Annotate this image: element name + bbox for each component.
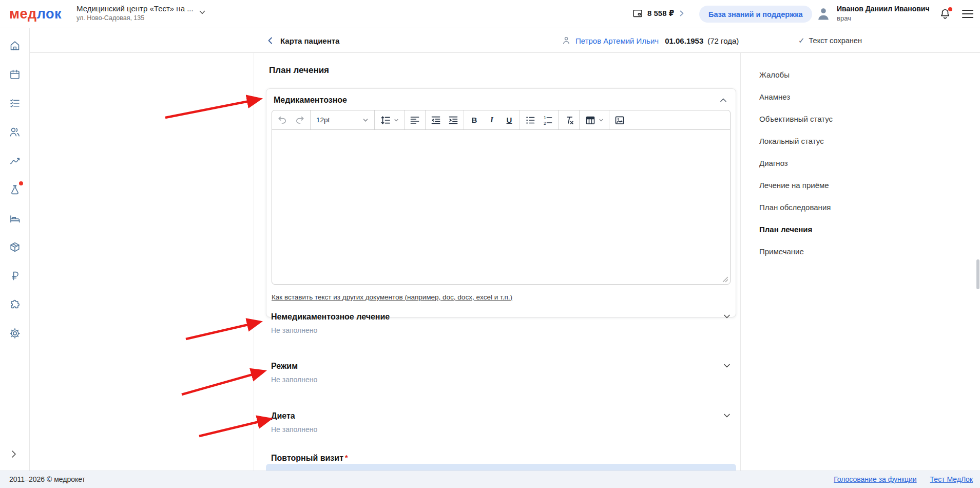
- sidebar-item-patients[interactable]: [1, 118, 29, 146]
- toc-item-examination-plan[interactable]: План обследования: [759, 203, 980, 212]
- chevron-down-icon[interactable]: [723, 362, 731, 370]
- align-left-button[interactable]: [407, 112, 423, 128]
- toc-item-diagnosis[interactable]: Диагноз: [759, 159, 980, 168]
- outdent-button[interactable]: [428, 112, 444, 128]
- toc-item-note[interactable]: Примечание: [759, 247, 980, 256]
- table-icon: [585, 115, 596, 126]
- card-section-navigation: Жалобы Анамнез Объективный статус Локаль…: [741, 53, 980, 471]
- paste-help-link[interactable]: Как вставить текст из других документов …: [272, 293, 512, 301]
- section-header[interactable]: Немедикаментозное лечение: [271, 312, 731, 322]
- annotation-arrow-nonmedication: [186, 322, 259, 339]
- section-header[interactable]: Режим: [271, 362, 731, 371]
- clinic-name: Медицинский центр «Тест» на ...: [76, 4, 194, 13]
- sidebar-item-finance[interactable]: [1, 261, 29, 290]
- current-user[interactable]: Иванов Даниил Иванович врач: [837, 5, 930, 22]
- insert-image-button[interactable]: [611, 112, 628, 128]
- section-title: Немедикаментозное лечение: [271, 312, 390, 322]
- clear-format-icon: [563, 115, 574, 126]
- redo-icon: [294, 115, 305, 126]
- required-asterisk: *: [345, 454, 348, 462]
- toc-item-local-status[interactable]: Локальный статус: [759, 137, 980, 146]
- test-medlock-link[interactable]: Тест МедЛок: [930, 475, 973, 483]
- section-heading: План лечения: [269, 65, 329, 76]
- page-scrollbar-thumb[interactable]: [976, 259, 979, 289]
- toc-item-treatment-on-visit[interactable]: Лечение на приёме: [759, 181, 980, 190]
- bold-button[interactable]: B: [466, 112, 483, 128]
- indent-button[interactable]: [445, 112, 462, 128]
- vote-features-link[interactable]: Голосование за функции: [834, 475, 916, 483]
- redo-button[interactable]: [292, 112, 308, 128]
- sidebar-item-ward[interactable]: [1, 204, 29, 233]
- user-role: врач: [837, 14, 930, 22]
- check-icon: ✓: [798, 36, 805, 45]
- finance-ruble-icon: [9, 270, 21, 282]
- section-title: Режим: [271, 362, 298, 371]
- line-height-icon: [380, 115, 391, 126]
- editor-toolbar: 12pt B: [272, 110, 730, 130]
- sidebar-item-schedule[interactable]: [1, 60, 29, 89]
- analytics-icon: [9, 155, 21, 167]
- undo-button[interactable]: [274, 112, 291, 128]
- notification-dot: [948, 7, 952, 11]
- font-size-select[interactable]: 12pt: [312, 112, 373, 128]
- italic-button[interactable]: I: [484, 112, 500, 128]
- section-diet: Диета Не заполнено: [271, 411, 731, 434]
- chevron-down-icon[interactable]: [723, 312, 731, 321]
- page-subheader: Карта пациента Петров Артемий Ильич 01.0…: [30, 28, 980, 53]
- stock-box-icon: [9, 241, 21, 253]
- notifications-button[interactable]: [938, 7, 952, 21]
- chevron-down-icon: [599, 118, 604, 123]
- resize-handle[interactable]: [722, 276, 728, 283]
- outdent-icon: [430, 115, 441, 126]
- annotation-arrow-regimen: [182, 371, 263, 395]
- patient-card-content: План лечения Медикаментозное 12pt: [254, 53, 741, 471]
- patient-person-icon: [561, 35, 571, 46]
- section-header[interactable]: Диета: [271, 411, 731, 421]
- clear-format-button[interactable]: [561, 112, 577, 128]
- patient-name-link[interactable]: Петров Артемий Ильич: [575, 36, 659, 45]
- balance-widget[interactable]: 8 558 ₽: [631, 7, 686, 20]
- logo-part-red: мед: [9, 6, 37, 22]
- chevron-right-icon: [678, 9, 686, 17]
- clinic-selector[interactable]: Медицинский центр «Тест» на ... ул. Ново…: [76, 4, 194, 22]
- expand-rail-chevron-icon[interactable]: [9, 449, 19, 459]
- sidebar-item-settings[interactable]: [1, 319, 29, 348]
- medication-card-title: Медикаментозное: [274, 96, 347, 105]
- sidebar-item-lab[interactable]: [1, 175, 29, 204]
- user-avatar[interactable]: [815, 6, 832, 22]
- save-status: ✓ Текст сохранен: [798, 28, 862, 53]
- knowledge-base-button[interactable]: База знаний и поддержка: [699, 6, 812, 23]
- toc-item-complaints[interactable]: Жалобы: [759, 70, 980, 80]
- bullet-list-button[interactable]: [522, 112, 539, 128]
- sidebar-item-home[interactable]: [1, 31, 29, 60]
- chevron-down-icon[interactable]: [723, 411, 731, 420]
- sidebar-item-stock[interactable]: [1, 233, 29, 261]
- table-button[interactable]: [582, 112, 607, 128]
- annotation-arrow-medication: [165, 99, 259, 118]
- underline-button[interactable]: U: [501, 112, 517, 128]
- section-empty-value: Не заполнено: [271, 326, 731, 334]
- next-visit-date-field[interactable]: [266, 464, 736, 471]
- medication-card-header[interactable]: Медикаментозное: [266, 89, 736, 110]
- tasks-icon: [9, 97, 21, 109]
- align-left-icon: [409, 115, 420, 126]
- font-size-value: 12pt: [316, 116, 330, 124]
- back-navigation[interactable]: Карта пациента: [266, 28, 339, 53]
- logo-part-blue: лок: [37, 6, 62, 22]
- toc-item-objective-status[interactable]: Объективный статус: [759, 115, 980, 124]
- editor-text-area[interactable]: [272, 130, 730, 284]
- sidebar-item-integrations[interactable]: [1, 290, 29, 319]
- menu-button[interactable]: [962, 10, 973, 18]
- line-height-button[interactable]: [377, 112, 402, 128]
- toc-item-treatment-plan[interactable]: План лечения: [759, 225, 980, 234]
- toc-item-anamnesis[interactable]: Анамнез: [759, 92, 980, 102]
- integrations-puzzle-icon: [9, 298, 21, 311]
- chevron-down-icon: [394, 118, 399, 123]
- chevron-down-icon[interactable]: [198, 8, 207, 17]
- sidebar-item-tasks[interactable]: [1, 89, 29, 118]
- chevron-up-icon[interactable]: [719, 96, 727, 104]
- app-logo[interactable]: медлок: [9, 6, 62, 22]
- sidebar-item-analytics[interactable]: [1, 146, 29, 175]
- user-name: Иванов Даниил Иванович: [837, 5, 930, 13]
- numbered-list-button[interactable]: 12: [540, 112, 556, 128]
